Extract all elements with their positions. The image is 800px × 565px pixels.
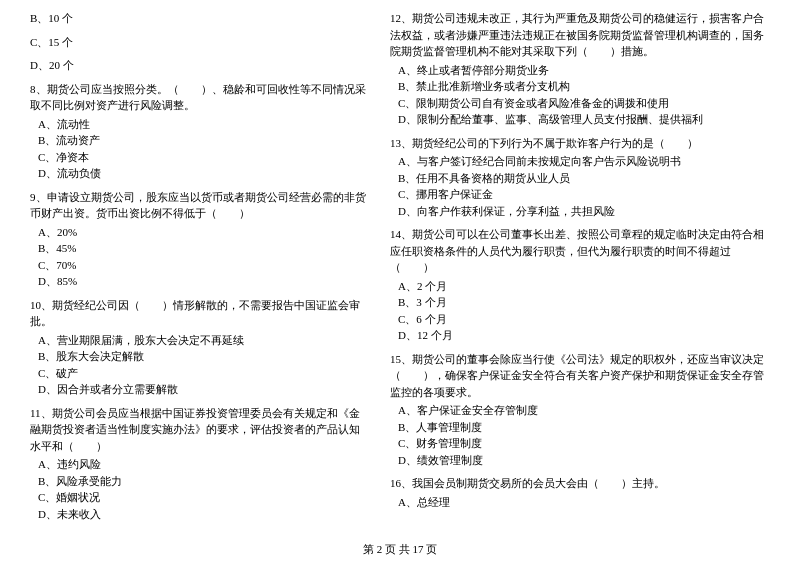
question-block: 16、我国会员制期货交易所的会员大会由（ ）主持。A、总经理	[390, 475, 770, 510]
options-list: A、2 个月B、3 个月C、6 个月D、12 个月	[390, 278, 770, 344]
question-title: 10、期货经纪公司因（ ）情形解散的，不需要报告中国证监会审批。	[30, 297, 370, 330]
question-title: 12、期货公司违规未改正，其行为严重危及期货公司的稳健运行，损害客户合法权益，或…	[390, 10, 770, 60]
question-block: B、10 个	[30, 10, 370, 27]
option-item: D、85%	[38, 273, 370, 290]
question-block: 10、期货经纪公司因（ ）情形解散的，不需要报告中国证监会审批。A、营业期限届满…	[30, 297, 370, 398]
option-item: A、营业期限届满，股东大会决定不再延续	[38, 332, 370, 349]
question-block: 8、期货公司应当按照分类。（ ）、稳龄和可回收性等不同情况采取不同比例对资产进行…	[30, 81, 370, 182]
page: B、10 个C、15 个D、20 个8、期货公司应当按照分类。（ ）、稳龄和可回…	[0, 0, 800, 565]
option-item: B、45%	[38, 240, 370, 257]
option-item: A、总经理	[398, 494, 770, 511]
option-item: B、3 个月	[398, 294, 770, 311]
right-column: 12、期货公司违规未改正，其行为严重危及期货公司的稳健运行，损害客户合法权益，或…	[390, 10, 770, 529]
option-item: D、12 个月	[398, 327, 770, 344]
options-list: A、终止或者暂停部分期货业务B、禁止批准新增业务或者分支机构C、限制期货公司自有…	[390, 62, 770, 128]
options-list: A、流动性B、流动资产C、净资本D、流动负债	[30, 116, 370, 182]
option-item: B、禁止批准新增业务或者分支机构	[398, 78, 770, 95]
options-list: A、与客户签订经纪合同前未按规定向客户告示风险说明书B、任用不具备资格的期货从业…	[390, 153, 770, 219]
question-block: C、15 个	[30, 34, 370, 51]
question-block: 12、期货公司违规未改正，其行为严重危及期货公司的稳健运行，损害客户合法权益，或…	[390, 10, 770, 128]
option-item: C、婚姻状况	[38, 489, 370, 506]
question-title: 9、申请设立期货公司，股东应当以货币或者期货公司经营必需的非货币财产出资。货币出…	[30, 189, 370, 222]
question-title: 15、期货公司的董事会除应当行使《公司法》规定的职权外，还应当审议决定（ ），确…	[390, 351, 770, 401]
question-block: D、20 个	[30, 57, 370, 74]
option-item: D、绩效管理制度	[398, 452, 770, 469]
question-block: 11、期货公司会员应当根据中国证券投资管理委员会有关规定和《金融期货投资者适当性…	[30, 405, 370, 523]
question-title: C、15 个	[30, 34, 370, 51]
option-item: B、任用不具备资格的期货从业人员	[398, 170, 770, 187]
option-item: C、财务管理制度	[398, 435, 770, 452]
option-item: D、流动负债	[38, 165, 370, 182]
question-title: 16、我国会员制期货交易所的会员大会由（ ）主持。	[390, 475, 770, 492]
option-item: A、与客户签订经纪合同前未按规定向客户告示风险说明书	[398, 153, 770, 170]
question-block: 13、期货经纪公司的下列行为不属于欺诈客户行为的是（ ）A、与客户签订经纪合同前…	[390, 135, 770, 220]
question-block: 14、期货公司可以在公司董事长出差、按照公司章程的规定临时决定由符合相应任职资格…	[390, 226, 770, 344]
option-item: C、70%	[38, 257, 370, 274]
option-item: B、股东大会决定解散	[38, 348, 370, 365]
option-item: B、风险承受能力	[38, 473, 370, 490]
option-item: A、20%	[38, 224, 370, 241]
question-title: B、10 个	[30, 10, 370, 27]
option-item: C、挪用客户保证金	[398, 186, 770, 203]
option-item: D、未来收入	[38, 506, 370, 523]
option-item: A、流动性	[38, 116, 370, 133]
question-title: 8、期货公司应当按照分类。（ ）、稳龄和可回收性等不同情况采取不同比例对资产进行…	[30, 81, 370, 114]
option-item: A、终止或者暂停部分期货业务	[398, 62, 770, 79]
option-item: B、人事管理制度	[398, 419, 770, 436]
options-list: A、总经理	[390, 494, 770, 511]
left-column: B、10 个C、15 个D、20 个8、期货公司应当按照分类。（ ）、稳龄和可回…	[30, 10, 370, 529]
options-list: A、违约风险B、风险承受能力C、婚姻状况D、未来收入	[30, 456, 370, 522]
option-item: A、违约风险	[38, 456, 370, 473]
option-item: D、向客户作获利保证，分享利益，共担风险	[398, 203, 770, 220]
option-item: D、限制分配给董事、监事、高级管理人员支付报酬、提供福利	[398, 111, 770, 128]
options-list: A、20%B、45%C、70%D、85%	[30, 224, 370, 290]
option-item: A、客户保证金安全存管制度	[398, 402, 770, 419]
option-item: C、净资本	[38, 149, 370, 166]
footer-text: 第 2 页 共 17 页	[363, 543, 437, 555]
options-list: A、营业期限届满，股东大会决定不再延续B、股东大会决定解散C、破产D、因合并或者…	[30, 332, 370, 398]
options-list: A、客户保证金安全存管制度B、人事管理制度C、财务管理制度D、绩效管理制度	[390, 402, 770, 468]
question-title: 13、期货经纪公司的下列行为不属于欺诈客户行为的是（ ）	[390, 135, 770, 152]
option-item: C、6 个月	[398, 311, 770, 328]
question-title: 14、期货公司可以在公司董事长出差、按照公司章程的规定临时决定由符合相应任职资格…	[390, 226, 770, 276]
page-footer: 第 2 页 共 17 页	[0, 542, 800, 557]
question-title: D、20 个	[30, 57, 370, 74]
option-item: B、流动资产	[38, 132, 370, 149]
option-item: A、2 个月	[398, 278, 770, 295]
option-item: D、因合并或者分立需要解散	[38, 381, 370, 398]
option-item: C、限制期货公司自有资金或者风险准备金的调拨和使用	[398, 95, 770, 112]
question-block: 9、申请设立期货公司，股东应当以货币或者期货公司经营必需的非货币财产出资。货币出…	[30, 189, 370, 290]
content-columns: B、10 个C、15 个D、20 个8、期货公司应当按照分类。（ ）、稳龄和可回…	[30, 10, 770, 529]
option-item: C、破产	[38, 365, 370, 382]
question-title: 11、期货公司会员应当根据中国证券投资管理委员会有关规定和《金融期货投资者适当性…	[30, 405, 370, 455]
question-block: 15、期货公司的董事会除应当行使《公司法》规定的职权外，还应当审议决定（ ），确…	[390, 351, 770, 469]
